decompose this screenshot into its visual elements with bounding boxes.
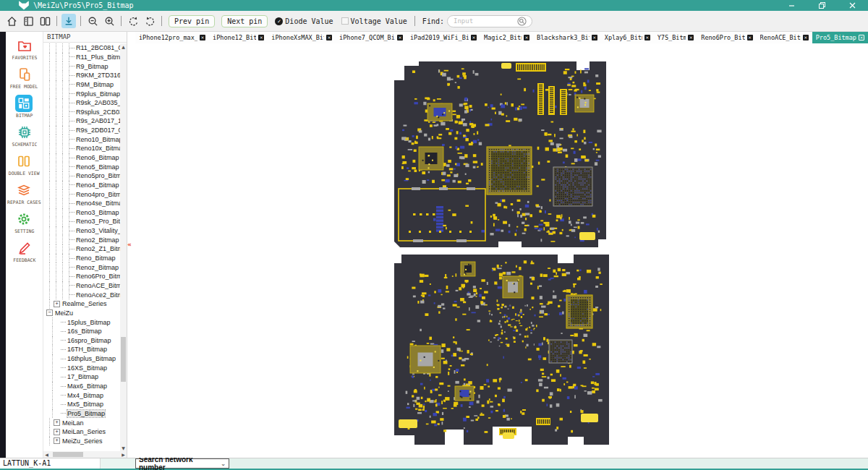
tab-close-icon[interactable]: × xyxy=(747,35,753,40)
expand-node-icon[interactable]: + xyxy=(54,437,60,444)
tree-item[interactable]: +MeiLan_Series xyxy=(43,427,127,437)
pin-drop-button[interactable] xyxy=(61,14,76,28)
tab-RenoACE_Bitmap[interactable]: RenoACE_Bitmap× xyxy=(757,32,812,43)
tree-item[interactable]: 16XS_Bitmap xyxy=(43,363,127,372)
tab-iPhone12_Bitmap[interactable]: iPhone12_Bitmap× xyxy=(209,32,268,43)
tree-item[interactable]: 15plus_Bitmap xyxy=(43,317,127,327)
pcb-board-top[interactable] xyxy=(394,61,606,247)
tree-item[interactable]: R9KM_2TD31602 xyxy=(43,71,127,80)
tab-close-icon[interactable]: × xyxy=(471,35,477,40)
tree-item[interactable]: 16s_Bitmap xyxy=(43,327,127,336)
prev-pin-button[interactable]: Prev pin xyxy=(169,15,215,27)
sidebar-item-double-view[interactable]: DOUBLE VIEW xyxy=(7,153,41,176)
tab-close-icon[interactable]: × xyxy=(326,35,332,40)
tree-item[interactable]: Reno4pro_Bitmap xyxy=(43,189,127,199)
tree-item[interactable]: Reno3_Vitality_Bit xyxy=(43,226,127,236)
tree-item[interactable]: Reno5pro_Bitmap xyxy=(43,171,127,181)
tab-close-icon[interactable]: × xyxy=(524,35,529,40)
tab-Pro5_Bitmap[interactable]: Pro5_Bitmap× xyxy=(812,32,868,43)
tab-close-icon[interactable]: × xyxy=(803,35,809,40)
collapse-panel-icon[interactable]: « xyxy=(127,241,132,248)
next-pin-button[interactable]: Next pin xyxy=(221,15,268,27)
tree-item[interactable]: Reno6_Bitmap xyxy=(43,153,127,163)
tab-iPhone12pro_max_Bitm[interactable]: iPhone12pro_max_Bitm× xyxy=(135,32,209,43)
tree-item[interactable]: Reno2_Bitmap xyxy=(43,235,127,244)
tree-vertical-scrollbar[interactable]: ▲ ▼ xyxy=(120,43,127,451)
tree-item[interactable]: 16thplus_Bitmap xyxy=(43,354,127,364)
tree-item[interactable]: −MeiZu xyxy=(43,309,127,318)
sidebar-item-bitmap[interactable]: BITMAP xyxy=(15,95,33,119)
diode-value-toggle[interactable]: ✓ Diode Value xyxy=(275,17,333,25)
tab-Y7S_Bitmap[interactable]: Y7S_Bitmap× xyxy=(654,32,698,43)
tree-item[interactable]: Reno3_Pro_Bitma xyxy=(43,217,127,226)
sidebar-item-feedback[interactable]: FEEDBACK xyxy=(12,239,37,263)
tree-item[interactable]: 17_Bitmap xyxy=(43,372,127,382)
tree-item[interactable]: 16TH_Bitmap xyxy=(43,345,127,354)
zoom-out-button[interactable] xyxy=(85,14,100,28)
tab-Reno6Pro_Bitmap[interactable]: Reno6Pro_Bitmap× xyxy=(697,32,756,43)
home-button[interactable] xyxy=(4,14,19,28)
tree-item[interactable]: R9M_Bitmap xyxy=(43,80,127,90)
tree-item[interactable]: R11_2BC081_0_Bi xyxy=(43,43,127,53)
tree-item[interactable]: RenoAce2_Bitmap xyxy=(43,290,127,299)
tree-item[interactable]: RenoACE_Bitmap xyxy=(43,281,127,291)
restore-button[interactable] xyxy=(817,2,826,9)
tree-item[interactable]: R9s_2DB017_0_Bi xyxy=(43,126,127,135)
pcb-board-bottom[interactable] xyxy=(394,255,609,445)
tab-close-icon[interactable]: × xyxy=(644,35,650,40)
tree-item[interactable]: Reno10x_Bitmap xyxy=(43,144,127,153)
tab-close-icon[interactable]: × xyxy=(200,35,205,40)
tree-item[interactable]: R11_Plus_Bitmap xyxy=(43,53,127,62)
expand-node-icon[interactable]: + xyxy=(54,301,60,307)
voltage-value-toggle[interactable]: Voltage Value xyxy=(341,17,407,25)
rotate-ccw-button[interactable] xyxy=(126,14,140,28)
tree-item[interactable]: Reno3_Bitmap xyxy=(43,208,127,218)
tree-item[interactable]: Reno4se_Bitmap xyxy=(43,199,127,208)
tree-item[interactable]: Mx5_Bitmap xyxy=(43,400,127,409)
tree-item[interactable]: Reno4_Bitmap xyxy=(43,181,127,190)
scroll-left-icon[interactable]: ◀ xyxy=(43,451,50,458)
sidebar-item-favorites[interactable]: FAVORITES xyxy=(11,37,38,61)
collapse-node-icon[interactable]: − xyxy=(46,309,53,316)
find-input[interactable] xyxy=(454,17,517,25)
search-mode-dropdown[interactable]: Search network number ⌄ xyxy=(135,458,229,469)
tree-item[interactable]: Reno6Pro_Bitmap xyxy=(43,272,127,281)
scroll-right-icon[interactable]: ▶ xyxy=(120,451,127,458)
sidebar-item-free-model[interactable]: FREE MODEL xyxy=(9,66,39,90)
tree-item[interactable]: Reno2_Z1_Bitmap xyxy=(43,244,127,254)
tree-item[interactable]: +MeiLan xyxy=(43,418,127,427)
scroll-down-icon[interactable]: ▼ xyxy=(120,445,127,451)
tab-close-icon[interactable]: × xyxy=(397,35,403,40)
tab-iPhone7_QCOM_Bitmap[interactable]: iPhone7_QCOM_Bitmap× xyxy=(336,32,407,43)
sidebar-item-setting[interactable]: SETTING xyxy=(14,210,35,234)
sidebar-item-schematic[interactable]: SCHEMATIC xyxy=(11,124,38,148)
tree-item[interactable]: R9splus_2CB036_ xyxy=(43,107,127,116)
expand-node-icon[interactable]: + xyxy=(54,419,60,426)
close-button[interactable] xyxy=(848,2,856,9)
tab-Xplay6_Bitmap[interactable]: Xplay6_Bitmap× xyxy=(601,32,654,43)
tree-item[interactable]: R9plus_Bitmap xyxy=(43,89,127,98)
sidebar-item-repair-cases[interactable]: REPAIR CASES xyxy=(6,181,43,205)
tab-iPad2019_WiFi_Bitmap[interactable]: iPad2019_WiFi_Bitmap× xyxy=(407,32,480,43)
zoom-in-button[interactable] xyxy=(102,14,116,28)
tab-Blackshark3_Bitmap[interactable]: Blackshark3_Bitmap× xyxy=(533,32,601,43)
expand-node-icon[interactable]: + xyxy=(54,429,60,435)
hscroll-thumb[interactable] xyxy=(53,452,83,457)
minimize-button[interactable] xyxy=(787,2,796,9)
tree-item[interactable]: Mx4_Bitmap xyxy=(43,390,127,400)
tab-iPhoneXsMAX_Bitmap[interactable]: iPhoneXsMAX_Bitmap× xyxy=(268,32,336,43)
tree-item[interactable]: +MeiZu_Series xyxy=(43,437,127,446)
left-dark-scrollbar[interactable] xyxy=(0,32,6,458)
tab-Magic2_Bitmap[interactable]: Magic2_Bitmap× xyxy=(480,32,533,43)
tab-close-icon[interactable]: × xyxy=(859,35,864,40)
tree-item[interactable]: +Realme_Series xyxy=(43,299,127,309)
panel-layout-button[interactable] xyxy=(21,14,35,28)
tree-item[interactable]: R9sk_2AB035_0_E xyxy=(43,98,127,108)
tree-item[interactable]: Reno_Bitmap xyxy=(43,254,127,263)
search-icon[interactable] xyxy=(517,17,527,26)
tree-item[interactable]: R9_Bitmap xyxy=(43,61,127,71)
tree-item[interactable]: Pro5_Bitmap xyxy=(43,409,127,419)
tree-item[interactable]: 16spro_Bitmap xyxy=(43,336,127,346)
tree-item[interactable]: Renoz_Bitmap xyxy=(43,262,127,272)
tab-close-icon[interactable]: × xyxy=(258,35,264,40)
